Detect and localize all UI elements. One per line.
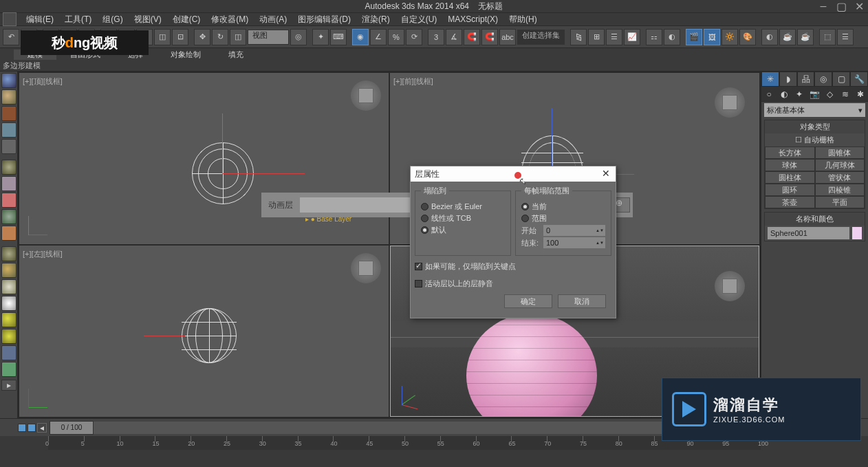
- left-tool-18[interactable]: [1, 362, 17, 377]
- menu-edit[interactable]: 编辑(E): [21, 14, 59, 25]
- timeline-ruler[interactable]: // placeholder – ticks rendered below vi…: [48, 436, 761, 450]
- radio-current[interactable]: 当前: [521, 202, 605, 212]
- align-button[interactable]: ⊞: [588, 29, 605, 45]
- start-spinner[interactable]: 0▲▼: [543, 225, 605, 236]
- move-button[interactable]: ✥: [194, 29, 210, 45]
- angle-snap-button[interactable]: ∠: [370, 29, 387, 45]
- vp-nav-cube-top[interactable]: [351, 80, 381, 111]
- left-tool-17[interactable]: [1, 345, 17, 360]
- cameras-subtab[interactable]: 📷: [807, 87, 822, 101]
- radio-bezier[interactable]: Bezier 或 Euler: [421, 202, 505, 212]
- scale-button[interactable]: ◫: [230, 29, 246, 45]
- ribbon-tab-objectpaint[interactable]: 对象绘制: [157, 50, 215, 60]
- pyramid-button[interactable]: 四棱锥: [815, 184, 865, 196]
- snap-h-button[interactable]: 🧲: [464, 29, 480, 45]
- material-editor-button[interactable]: ◐: [664, 29, 680, 45]
- left-tool-4[interactable]: [1, 122, 17, 138]
- menu-help[interactable]: 帮助(H): [503, 14, 543, 25]
- systems-subtab[interactable]: ✱: [853, 87, 868, 101]
- ref-coord-system-dropdown[interactable]: 视图: [248, 30, 289, 45]
- time-slider-handle[interactable]: 0 / 100: [50, 421, 94, 435]
- menu-views[interactable]: 视图(V): [129, 14, 167, 25]
- named-selection-dropdown[interactable]: 创建选择集: [517, 30, 565, 45]
- motion-tab[interactable]: ◎: [814, 72, 832, 87]
- left-tool-16[interactable]: [1, 329, 17, 344]
- dialog-close-button[interactable]: ✕: [600, 169, 611, 180]
- menu-customize[interactable]: 自定义(U): [395, 14, 443, 25]
- utilities-tab[interactable]: 🔧: [850, 72, 868, 87]
- tool-btn-c[interactable]: ☕: [797, 29, 814, 45]
- ribbon-subpanel[interactable]: 多边形建模: [0, 61, 868, 72]
- tool-btn-b[interactable]: ☕: [779, 29, 796, 45]
- cancel-button[interactable]: 取消: [558, 294, 606, 308]
- time-slider-btn-1[interactable]: [18, 424, 26, 432]
- time-slider-btn-2[interactable]: [28, 424, 36, 432]
- percent-snap-button[interactable]: %: [388, 29, 404, 45]
- left-tool-9[interactable]: [1, 209, 17, 224]
- helpers-subtab[interactable]: ◇: [823, 87, 838, 101]
- ok-button[interactable]: 确定: [504, 294, 552, 308]
- time-slider-track[interactable]: 0 / 100: [50, 422, 748, 434]
- torus-button[interactable]: 圆环: [765, 184, 815, 196]
- pivot-center-button[interactable]: ◎: [290, 29, 307, 45]
- left-tool-6[interactable]: [1, 160, 17, 175]
- left-tool-1[interactable]: [1, 73, 17, 88]
- end-spinner[interactable]: 100▲▼: [543, 237, 605, 248]
- snap-angle-fly-button[interactable]: ∡: [446, 29, 462, 45]
- menu-modifiers[interactable]: 修改器(M): [206, 14, 254, 25]
- tool-btn-d[interactable]: ⬚: [819, 29, 836, 45]
- radio-default[interactable]: 默认: [421, 225, 505, 235]
- menu-maxscript[interactable]: MAXScript(X): [442, 14, 503, 24]
- left-tool-12[interactable]: [1, 263, 17, 278]
- shapes-subtab[interactable]: ◐: [777, 87, 792, 101]
- close-button[interactable]: ✕: [850, 0, 868, 12]
- left-tool-3[interactable]: [1, 106, 17, 121]
- cylinder-button[interactable]: 圆柱体: [765, 171, 815, 184]
- spacewarps-subtab[interactable]: ≋: [838, 87, 853, 101]
- mirror-button[interactable]: ⧎: [570, 29, 587, 45]
- tool-btn-a[interactable]: ◐: [761, 29, 778, 45]
- vp-nav-cube-left[interactable]: [351, 253, 381, 283]
- mute-above-checkbox[interactable]: 活动层以上的层静音: [415, 279, 611, 289]
- rotate-button[interactable]: ↻: [212, 29, 228, 45]
- snap-3-button[interactable]: 3: [428, 29, 444, 45]
- left-tool-15[interactable]: [1, 312, 17, 327]
- render-setup-button[interactable]: 🎬: [686, 29, 702, 45]
- left-tool-14[interactable]: [1, 296, 17, 311]
- radio-range[interactable]: 范围: [521, 213, 605, 224]
- ribbon-tab-fill[interactable]: 填充: [215, 50, 257, 60]
- viewport-left[interactable]: [+][左][线框]: [19, 246, 389, 417]
- sphere-button[interactable]: 球体: [765, 159, 815, 171]
- left-tool-11[interactable]: [1, 246, 17, 261]
- anim-btn-3[interactable]: ⊕: [615, 197, 630, 213]
- vp-nav-cube-persp[interactable]: [715, 271, 745, 301]
- left-tool-10[interactable]: [1, 226, 17, 241]
- snap-abc-button[interactable]: abc: [499, 29, 516, 45]
- undo-button[interactable]: ↶: [3, 29, 19, 45]
- modify-tab[interactable]: ◗: [779, 72, 797, 87]
- menu-create[interactable]: 创建(C): [167, 14, 206, 25]
- left-tool-5[interactable]: [1, 139, 17, 154]
- hierarchy-tab[interactable]: 品: [797, 72, 815, 87]
- spinner-snap-button[interactable]: ⟳: [406, 29, 422, 45]
- vp-nav-cube-front[interactable]: [715, 87, 745, 118]
- menu-graph-editors[interactable]: 图形编辑器(D): [292, 14, 356, 25]
- left-tool-2[interactable]: [1, 89, 17, 105]
- layer-button[interactable]: ☰: [606, 29, 622, 45]
- geosphere-button[interactable]: 几何球体: [815, 159, 865, 171]
- cone-button[interactable]: 圆锥体: [815, 146, 865, 159]
- curve-editor-button[interactable]: 📈: [624, 29, 640, 45]
- dialog-title-bar[interactable]: 层属性 ✕: [411, 166, 616, 182]
- object-name-input[interactable]: Sphere001: [768, 227, 849, 239]
- menu-animation[interactable]: 动画(A): [254, 14, 292, 25]
- keyboard-shortcut-button[interactable]: ⌨: [330, 29, 347, 45]
- maximize-button[interactable]: ▢: [832, 0, 850, 12]
- display-tab[interactable]: ▢: [832, 72, 850, 87]
- window-crossing-button[interactable]: ⊡: [172, 29, 188, 45]
- primitive-category-dropdown[interactable]: 标准基本体▾: [764, 103, 865, 117]
- plane-button[interactable]: 平面: [815, 196, 865, 208]
- manipulate-button[interactable]: ✦: [312, 29, 329, 45]
- teapot-button[interactable]: 茶壶: [765, 196, 815, 208]
- box-button[interactable]: 长方体: [765, 146, 815, 159]
- select-region-button[interactable]: ◫: [154, 29, 171, 45]
